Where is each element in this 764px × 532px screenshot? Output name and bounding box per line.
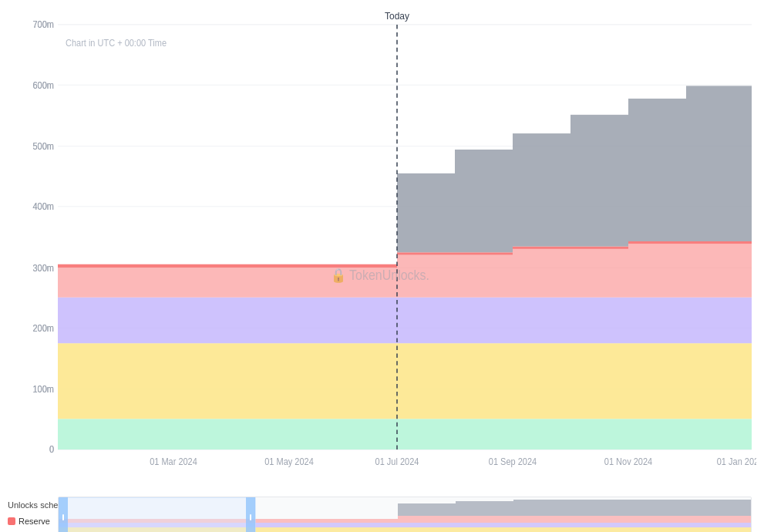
- svg-text:500m: 500m: [32, 142, 54, 152]
- chart-area: 700m 600m 500m 400m 300m 200m 100m 0 Cha…: [8, 8, 756, 492]
- svg-text:0: 0: [49, 445, 54, 455]
- svg-text:01 Mar 2024: 01 Mar 2024: [150, 456, 197, 466]
- svg-rect-99: [513, 500, 752, 516]
- reserve-color: [8, 517, 15, 525]
- svg-rect-58: [58, 298, 752, 343]
- chart-container: 700m 600m 500m 400m 300m 200m 100m 0 Cha…: [0, 0, 764, 532]
- svg-rect-62: [628, 244, 752, 297]
- svg-text:200m: 200m: [32, 323, 54, 333]
- svg-rect-103: [62, 514, 64, 520]
- svg-text:🔒 TokenUnlocks.: 🔒 TokenUnlocks.: [331, 267, 429, 284]
- svg-rect-105: [250, 514, 251, 520]
- svg-rect-66: [628, 241, 752, 244]
- svg-rect-57: [58, 343, 752, 419]
- svg-text:01 Jul 2024: 01 Jul 2024: [375, 456, 419, 466]
- svg-text:700m: 700m: [32, 20, 54, 30]
- svg-rect-96: [398, 516, 752, 523]
- timeline-navigator[interactable]: [58, 497, 752, 532]
- svg-text:Chart in UTC + 00:00 Time: Chart in UTC + 00:00 Time: [66, 38, 167, 48]
- svg-rect-68: [455, 150, 513, 252]
- svg-rect-98: [456, 501, 513, 516]
- svg-text:Today: Today: [385, 11, 410, 22]
- svg-text:01 Nov 2024: 01 Nov 2024: [604, 456, 653, 466]
- svg-rect-97: [398, 503, 456, 516]
- svg-rect-69: [513, 133, 570, 247]
- svg-rect-71: [628, 99, 686, 241]
- svg-text:400m: 400m: [32, 202, 54, 212]
- reserve-label: Reserve: [19, 517, 50, 526]
- svg-rect-72: [686, 86, 752, 241]
- svg-text:300m: 300m: [32, 263, 54, 273]
- svg-text:100m: 100m: [32, 385, 54, 395]
- svg-text:600m: 600m: [32, 80, 54, 90]
- svg-rect-61: [513, 249, 628, 298]
- svg-rect-67: [397, 173, 455, 252]
- main-chart-svg: 700m 600m 500m 400m 300m 200m 100m 0 Cha…: [8, 8, 756, 492]
- svg-rect-56: [58, 419, 752, 450]
- svg-rect-65: [513, 247, 628, 249]
- svg-rect-64: [397, 252, 513, 254]
- svg-rect-100: [59, 497, 255, 532]
- svg-text:01 Sep 2024: 01 Sep 2024: [489, 456, 537, 466]
- svg-text:01 May 2024: 01 May 2024: [264, 456, 314, 466]
- svg-text:01 Jan 2025: 01 Jan 2025: [717, 456, 756, 466]
- svg-rect-70: [570, 115, 628, 247]
